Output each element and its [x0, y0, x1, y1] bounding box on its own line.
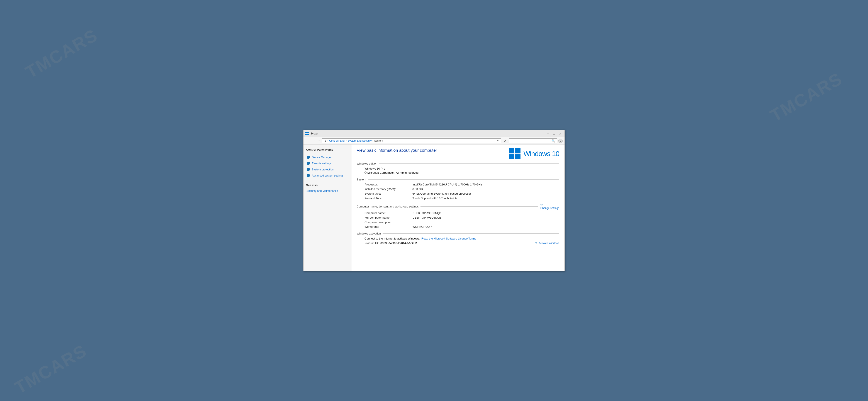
computer-name-section-content: Computer name: DESKTOP-MGC6NQB Full comp… [356, 211, 559, 228]
up-button[interactable]: ↑ [317, 138, 321, 143]
system-type-row: System type: 64-bit Operating System, x6… [359, 192, 559, 195]
window-controls: − □ ✕ [545, 131, 563, 136]
sidebar-label-security-maintenance: Security and Maintenance [307, 189, 338, 192]
breadcrumb-dropdown-button[interactable]: ▼ [497, 140, 499, 142]
sidebar-label-advanced-system-settings: Advanced system settings [312, 174, 343, 177]
computer-name-row: Computer name: DESKTOP-MGC6NQB [359, 211, 559, 215]
system-type-label: System type: [365, 192, 412, 195]
computer-icon: 🖥 [324, 139, 327, 142]
system-section-divider [368, 179, 559, 180]
close-button[interactable]: ✕ [558, 131, 563, 136]
back-button[interactable]: ← [305, 138, 310, 143]
win-pane-3 [509, 154, 515, 159]
sidebar: Control Panel Home Device Manager Remote… [304, 145, 351, 271]
windows-edition-content: Windows 10 Pro © Microsoft Corporation. … [356, 167, 559, 174]
help-button[interactable]: ? [558, 138, 563, 143]
breadcrumb[interactable]: 🖥 › Control Panel › System and Security … [322, 138, 501, 143]
settings-shield-icon: 🛡 [540, 204, 543, 206]
computer-desc-row: Computer description: [359, 220, 559, 224]
search-input[interactable] [511, 139, 550, 142]
computer-desc-label: Computer description: [365, 220, 412, 224]
processor-label: Processor: [365, 183, 412, 186]
activate-windows-link[interactable]: Activate Windows [538, 242, 559, 245]
windows-edition-value: Windows 10 Pro [365, 167, 385, 170]
forward-button[interactable]: → [311, 138, 316, 143]
refresh-button[interactable]: ⟳ [502, 138, 508, 144]
processor-value: Intel(R) Core(TM) i5-4210U CPU @ 1.70GHz… [412, 183, 482, 186]
full-computer-name-row: Full computer name: DESKTOP-MGC6NQB [359, 216, 559, 219]
windows-copyright: © Microsoft Corporation. All rights rese… [365, 171, 420, 174]
sidebar-item-security-maintenance[interactable]: Security and Maintenance [306, 188, 349, 193]
window-title: System [310, 132, 544, 135]
maximize-button[interactable]: □ [552, 131, 557, 136]
activation-content: Connect to the Internet to activate Wind… [356, 237, 559, 245]
activation-section: Windows activation Connect to the Intern… [356, 232, 559, 245]
system-section-label: System [356, 178, 368, 181]
content-area: Control Panel Home Device Manager Remote… [304, 145, 564, 271]
breadcrumb-system: System [374, 139, 383, 142]
windows-edition-header: Windows edition [356, 162, 559, 165]
breadcrumb-control-panel[interactable]: Control Panel [329, 139, 345, 142]
workgroup-row: Workgroup: WORKGROUP [359, 225, 559, 228]
pen-touch-label: Pen and Touch: [365, 196, 412, 200]
computer-name-section-header: Computer name, domain, and workgroup set… [356, 203, 559, 210]
shield-icon-advanced-settings [307, 174, 310, 177]
change-settings-link[interactable]: Change settings [540, 207, 559, 210]
system-type-value: 64-bit Operating System, x64-based proce… [412, 192, 471, 195]
title-bar: System − □ ✕ [304, 130, 564, 137]
shield-icon-remote-settings [307, 162, 310, 165]
sidebar-item-advanced-system-settings[interactable]: Advanced system settings [306, 173, 349, 178]
windows-logo-text: Windows 10 [524, 150, 559, 158]
sidebar-item-remote-settings[interactable]: Remote settings [306, 161, 349, 166]
windows-logo-squares [509, 148, 521, 159]
system-window: System − □ ✕ ← → ↑ 🖥 › Control Panel › S… [303, 130, 565, 271]
pen-touch-row: Pen and Touch: Touch Support with 10 Tou… [359, 196, 559, 200]
sidebar-label-remote-settings: Remote settings [312, 162, 331, 165]
computer-name-value: DESKTOP-MGC6NQB [412, 211, 441, 215]
windows-logo: Windows 10 [509, 148, 559, 159]
breadcrumb-system-security[interactable]: System and Security [348, 139, 372, 142]
win-pane-4 [515, 154, 521, 159]
system-section: System Processor: Intel(R) Core(TM) i5-4… [356, 178, 559, 200]
windows-edition-section: Windows edition Windows 10 Pro © Microso… [356, 162, 559, 174]
page-title: View basic information about your comput… [356, 148, 437, 153]
pen-touch-value: Touch Support with 10 Touch Points [412, 196, 457, 200]
activation-text: Connect to the Internet to activate Wind… [365, 237, 420, 240]
computer-name-section: Computer name, domain, and workgroup set… [356, 203, 559, 228]
ram-label: Installed memory (RAM): [365, 187, 412, 191]
svg-rect-3 [307, 134, 309, 135]
section-divider [379, 163, 559, 164]
windows-edition-label: Windows edition [356, 162, 379, 165]
product-id-value: 00330-52963-27814-AAOEM [380, 242, 417, 245]
win-pane-1 [509, 148, 515, 153]
shield-icon-system-protection [307, 168, 310, 171]
sidebar-label-system-protection: System protection [312, 168, 334, 171]
activation-section-label: Windows activation [356, 232, 382, 235]
svg-rect-0 [305, 132, 307, 133]
sidebar-item-device-manager[interactable]: Device Manager [306, 155, 349, 160]
full-computer-name-value: DESKTOP-MGC6NQB [412, 216, 441, 219]
sidebar-title: Control Panel Home [306, 148, 349, 151]
product-id-label: Product ID: [365, 242, 379, 245]
computer-name-label: Computer name: [365, 211, 412, 215]
sidebar-label-device-manager: Device Manager [312, 156, 332, 159]
minimize-button[interactable]: − [545, 131, 551, 136]
sidebar-item-system-protection[interactable]: System protection [306, 167, 349, 172]
svg-rect-2 [305, 134, 307, 135]
search-icon: 🔍 [552, 139, 555, 143]
window-icon [305, 132, 309, 135]
system-section-header: System [356, 178, 559, 181]
workgroup-value: WORKGROUP [412, 225, 432, 228]
full-computer-name-label: Full computer name: [365, 216, 412, 219]
shield-icon-device-manager [307, 156, 310, 159]
svg-rect-1 [307, 132, 309, 133]
main-content: View basic information about your comput… [351, 145, 564, 271]
workgroup-label: Workgroup: [365, 225, 412, 228]
address-bar: ← → ↑ 🖥 › Control Panel › System and Sec… [304, 137, 564, 145]
computer-name-section-divider [421, 206, 538, 207]
computer-name-section-label: Computer name, domain, and workgroup set… [356, 205, 421, 208]
search-box[interactable]: 🔍 [509, 138, 557, 144]
see-also-title: See also [306, 184, 349, 187]
ram-value: 8.00 GB [412, 187, 423, 191]
activation-license-link[interactable]: Read the Microsoft Software License Term… [421, 237, 476, 240]
